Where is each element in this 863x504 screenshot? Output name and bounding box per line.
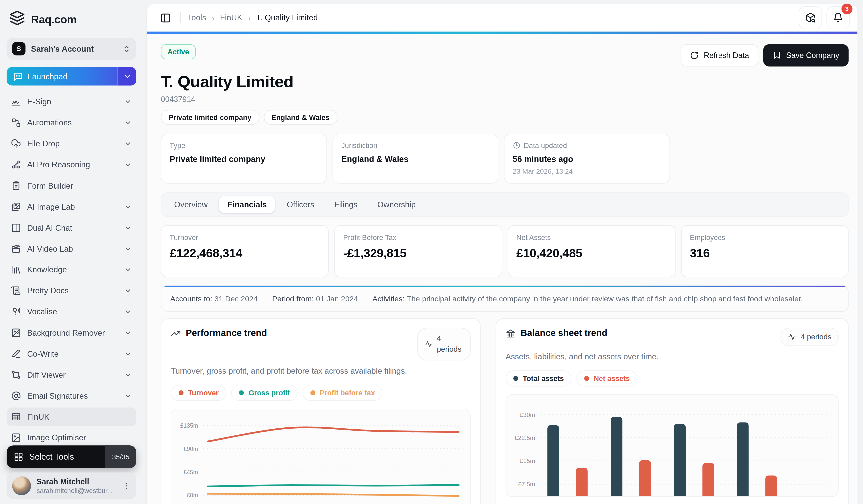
chevron-down-icon	[124, 371, 132, 378]
brand: Raq.com	[7, 8, 136, 38]
message-square-dots-icon	[13, 72, 23, 81]
legend-chip-net-assets[interactable]: Net assets	[577, 370, 638, 386]
sidebar-item-dual-ai-chat[interactable]: Dual AI Chat	[7, 218, 136, 237]
stat-value: £10,420,485	[516, 246, 666, 260]
sidebar-item-vocalise[interactable]: Vocalise	[7, 302, 136, 321]
select-tools-count: 35/35	[105, 445, 136, 468]
notifications-button[interactable]: 3	[826, 6, 850, 29]
sidebar-item-label: Co-Write	[27, 349, 117, 358]
image-icon	[11, 433, 21, 443]
sidebar-item-finuk[interactable]: FinUK	[7, 408, 136, 426]
breadcrumb-finuk[interactable]: FinUK	[220, 13, 242, 22]
legend-chip-total-assets[interactable]: Total assets	[506, 370, 572, 386]
stat-value: -£1,329,815	[343, 246, 493, 260]
launchpad-button[interactable]: Launchpad	[7, 67, 136, 86]
chevron-down-icon	[124, 329, 132, 337]
chevron-down-icon	[124, 308, 132, 315]
user-meta: Sarah Mitchell sarah.mitchell@westbur...	[37, 477, 116, 494]
pen-icon	[11, 349, 21, 359]
stat-label: Net Assets	[516, 233, 666, 241]
at-sign-icon	[11, 391, 21, 401]
save-company-button[interactable]: Save Company	[763, 44, 848, 66]
legend-chip-turnover[interactable]: Turnover	[171, 385, 226, 401]
chart-title: Balance sheet trend	[521, 328, 608, 338]
legend-chip-profit-before-tax[interactable]: Profit before tax	[303, 385, 383, 401]
account-switcher[interactable]: S Sarah's Account	[7, 38, 136, 60]
user-avatar	[12, 476, 31, 495]
sidebar-toggle-button[interactable]	[157, 9, 174, 26]
sidebar-item-diff-viewer[interactable]: Diff Viewer	[7, 365, 136, 384]
sidebar-item-label: Automations	[27, 118, 117, 127]
sidebar-item-image-optimiser[interactable]: Image Optimiser	[7, 428, 136, 447]
sidebar-item-ai-pro-reasoning[interactable]: AI Pro Reasoning	[7, 155, 136, 174]
company-type-badge: Private limited company	[161, 110, 259, 125]
sidebar-nav: E-SignAutomationsFile DropAI Pro Reasoni…	[7, 92, 136, 498]
chevron-down-icon	[124, 98, 132, 105]
sidebar-item-label: Diff Viewer	[27, 370, 117, 379]
tab-filings[interactable]: Filings	[326, 196, 366, 212]
sidebar-item-file-drop[interactable]: File Drop	[7, 134, 136, 153]
stat-label: Employees	[690, 233, 840, 241]
user-card[interactable]: Sarah Mitchell sarah.mitchell@westbur...	[7, 473, 136, 499]
sidebar-item-e-sign[interactable]: E-Sign	[7, 92, 136, 111]
topbar-actions: 3	[799, 6, 850, 29]
chart-title: Performance trend	[186, 328, 267, 338]
layers-logo-icon	[9, 10, 26, 29]
sidebar-item-email-signatures[interactable]: Email Signatures	[7, 386, 136, 405]
stats-row: Turnover£122,468,314Profit Before Tax-£1…	[161, 224, 849, 277]
user-email: sarah.mitchell@westbur...	[37, 487, 116, 494]
sidebar-item-ai-image-lab[interactable]: AI Image Lab	[7, 197, 136, 216]
svg-text:£15m: £15m	[520, 457, 535, 464]
launchpad-main[interactable]: Launchpad	[7, 67, 117, 86]
sidebar-item-label: Image Optimiser	[27, 434, 132, 442]
kebab-menu-icon[interactable]	[122, 481, 131, 490]
refresh-data-button[interactable]: Refresh Data	[680, 44, 759, 66]
breadcrumb-tools[interactable]: Tools	[187, 13, 206, 22]
layout-grid-icon	[14, 452, 23, 462]
sidebar-item-knowledge[interactable]: Knowledge	[7, 260, 136, 279]
sidebar-item-background-remover[interactable]: Background Remover	[7, 323, 136, 342]
select-tools-button[interactable]: Select Tools 35/35	[7, 445, 136, 468]
sidebar-item-pretty-docs[interactable]: Pretty Docs	[7, 282, 136, 300]
content: Active Refresh Data Save Company	[147, 34, 857, 504]
notification-badge: 3	[841, 4, 852, 15]
sidebar-item-ai-video-lab[interactable]: AI Video Lab	[7, 239, 136, 258]
select-tools-label: Select Tools	[29, 452, 74, 462]
sidebar-item-label: Pretty Docs	[27, 286, 117, 295]
info-label: Type	[170, 141, 318, 150]
sidebar-item-label: Vocalise	[27, 307, 117, 316]
clapperboard-icon	[11, 244, 21, 254]
charts-row: Performance trend 4 periods Turnover, gr…	[161, 318, 849, 504]
chevrons-up-down-icon	[122, 44, 130, 53]
nodes-icon	[11, 160, 21, 170]
tab-financials[interactable]: Financials	[220, 196, 275, 212]
sidebar-item-form-builder[interactable]: Form Builder	[7, 176, 136, 195]
sidebar-item-label: AI Video Lab	[27, 244, 117, 253]
info-label: Data updated	[513, 141, 661, 150]
filing-meta: Accounts to: 31 Dec 2024Period from: 01 …	[162, 287, 848, 311]
tab-ownership[interactable]: Ownership	[369, 196, 424, 212]
page-title: T. Quality Limited	[161, 72, 849, 91]
account-avatar: S	[12, 42, 26, 55]
launchpad-label: Launchpad	[28, 72, 67, 81]
launchpad-expand-button[interactable]	[117, 67, 136, 86]
chevron-down-icon	[124, 161, 132, 169]
sidebar-item-co-write[interactable]: Co-Write	[7, 344, 136, 363]
legend-label: Net assets	[593, 374, 629, 383]
stat-card-employees: Employees316	[681, 224, 849, 277]
legend-chip-gross-profit[interactable]: Gross profit	[232, 385, 297, 401]
tab-overview[interactable]: Overview	[166, 196, 216, 212]
meta-item: Activities: The principal activity of th…	[372, 295, 803, 303]
tab-officers[interactable]: Officers	[278, 196, 322, 212]
git-compare-icon	[11, 370, 21, 380]
jurisdiction-badge: England & Wales	[264, 110, 337, 125]
activity-icon	[788, 333, 797, 341]
legend-dot	[584, 376, 589, 381]
sidebar-item-label: File Drop	[27, 139, 117, 148]
topbar: Tools › FinUK › T. Quality Limited	[147, 4, 857, 31]
performance-chart: £135m£90m£45m£0m	[171, 408, 471, 504]
package-search-button[interactable]	[799, 6, 822, 29]
sidebar-bottom: Select Tools 35/35 Sarah Mitchell sarah.…	[7, 445, 136, 499]
app-root: Raq.com S Sarah's Account Launchpad	[0, 0, 863, 504]
sidebar-item-automations[interactable]: Automations	[7, 114, 136, 132]
